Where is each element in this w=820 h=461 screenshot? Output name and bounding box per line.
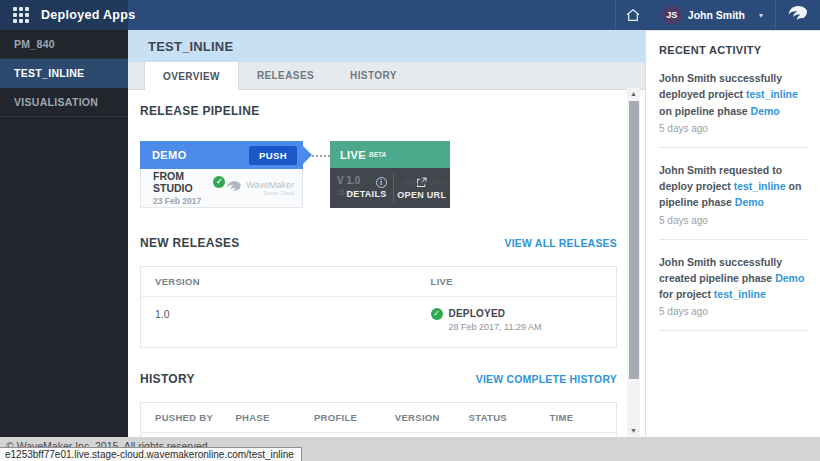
top-navbar: Deployed Apps JS John Smith ▾	[0, 0, 820, 30]
phase-link[interactable]: Demo	[775, 272, 804, 284]
release-version: 1.0	[141, 297, 417, 348]
scrollbar-thumb[interactable]	[629, 101, 639, 379]
activity-item: John Smith successfully created pipeline…	[659, 254, 808, 318]
phase-link[interactable]: Demo	[735, 196, 764, 208]
col-live: LIVE	[417, 267, 617, 297]
wavemaker-logo	[776, 0, 820, 30]
details-button[interactable]: i DETAILS	[330, 168, 393, 208]
scroll-up-arrow[interactable]: ▲	[627, 88, 640, 100]
tab-history[interactable]: HISTORY	[332, 62, 415, 89]
table-row: 1.0 ✓ DEPLOYED 28 Feb 2017, 11:29 AM	[141, 297, 617, 348]
tab-releases[interactable]: RELEASES	[239, 62, 332, 89]
avatar: JS	[662, 5, 682, 25]
activity-time: 5 days ago	[659, 123, 808, 134]
status-url-tooltip: e1253bff77e01.live.stage-cloud.wavemaker…	[0, 447, 302, 461]
demo-phase-card: DEMO PUSH FROM STUDIO ✓ 23 Feb 2017	[140, 141, 303, 208]
main-panel: TEST_INLINE OVERVIEW RELEASES HISTORY RE…	[128, 30, 645, 437]
app-title: Deployed Apps	[41, 8, 135, 22]
home-icon	[625, 7, 641, 23]
recent-activity-panel: RECENT ACTIVITY John Smith successfully …	[645, 30, 820, 437]
activity-time: 5 days ago	[659, 215, 808, 226]
history-heading: HISTORY	[140, 372, 195, 386]
activity-item: John Smith requested to deploy project t…	[659, 162, 808, 226]
col-version: VERSION	[141, 267, 417, 297]
chevron-down-icon: ▾	[759, 11, 763, 20]
push-button[interactable]: PUSH	[249, 146, 297, 165]
project-link[interactable]: test_inline	[734, 180, 786, 192]
wavemaker-mini-logo: WaveMaker Demo Cloud	[225, 179, 294, 197]
phase-link[interactable]: Demo	[751, 105, 780, 117]
sidebar: PM_840 TEST_INLINE VISUALISATION	[0, 30, 128, 437]
col-pushed-by: PUSHED BY	[141, 403, 222, 433]
scroll-down-arrow[interactable]: ▼	[627, 425, 640, 437]
activity-item: John Smith successfully deployed project…	[659, 70, 808, 134]
wave-icon	[225, 179, 243, 197]
col-version: VERSION	[381, 403, 455, 433]
col-time: TIME	[536, 403, 617, 433]
deploy-time: 28 Feb 2017, 11:29 AM	[449, 322, 542, 332]
sidebar-item-pm-840[interactable]: PM_840	[0, 30, 128, 59]
user-name: John Smith	[688, 9, 745, 21]
recent-activity-heading: RECENT ACTIVITY	[659, 44, 808, 56]
release-pipeline: DEMO PUSH FROM STUDIO ✓ 23 Feb 2017	[140, 141, 627, 208]
view-complete-history-link[interactable]: VIEW COMPLETE HISTORY	[476, 373, 617, 385]
overview-content: RELEASE PIPELINE DEMO PUSH FROM STUDIO ✓…	[128, 90, 627, 437]
project-link[interactable]: test_inline	[714, 288, 766, 300]
brand-subtext: Demo Cloud	[246, 190, 294, 196]
app-launcher-icon[interactable]	[13, 7, 29, 23]
history-table: PUSHED BY PHASE PROFILE VERSION STATUS T…	[140, 402, 617, 437]
live-phase-label: LIVE	[340, 149, 366, 161]
sidebar-item-test-inline[interactable]: TEST_INLINE	[0, 59, 128, 88]
open-url-button[interactable]: WaveMaker OPEN URL	[394, 168, 451, 208]
info-icon: i	[376, 177, 387, 188]
success-check-icon: ✓	[213, 176, 225, 188]
home-button[interactable]	[616, 0, 650, 30]
app-brand-section: Deployed Apps	[0, 0, 128, 30]
vertical-scrollbar[interactable]: ▲ ▼	[627, 88, 640, 437]
new-releases-heading: NEW RELEASES	[140, 236, 240, 250]
view-all-releases-link[interactable]: VIEW ALL RELEASES	[505, 237, 618, 249]
beta-badge: BETA	[369, 151, 386, 158]
col-profile: PROFILE	[300, 403, 381, 433]
activity-time: 5 days ago	[659, 306, 808, 317]
page-title: TEST_INLINE	[128, 30, 645, 62]
new-releases-table: VERSION LIVE 1.0 ✓ DEPLOYED 28 Feb 2017,…	[140, 266, 617, 348]
project-link[interactable]: test_inline	[746, 88, 798, 100]
brand-name: WaveMaker	[246, 180, 294, 190]
demo-phase-label: DEMO	[152, 149, 187, 161]
from-studio-label: FROM STUDIO	[153, 170, 209, 194]
user-menu[interactable]: JS John Smith ▾	[650, 0, 775, 30]
live-phase-card: LIVE BETA V 1.0 28 Feb i DETAILS WaveMak…	[330, 141, 450, 208]
demo-deploy-date: 23 Feb 2017	[153, 196, 225, 206]
tab-overview[interactable]: OVERVIEW	[144, 62, 239, 90]
deploy-status: DEPLOYED	[449, 308, 542, 319]
release-pipeline-heading: RELEASE PIPELINE	[140, 104, 627, 118]
col-phase: PHASE	[221, 403, 300, 433]
col-status: STATUS	[455, 403, 536, 433]
deployed-check-icon: ✓	[431, 308, 443, 320]
wave-icon	[786, 3, 810, 27]
sidebar-item-visualisation[interactable]: VISUALISATION	[0, 88, 128, 117]
tab-bar: OVERVIEW RELEASES HISTORY	[128, 62, 645, 90]
